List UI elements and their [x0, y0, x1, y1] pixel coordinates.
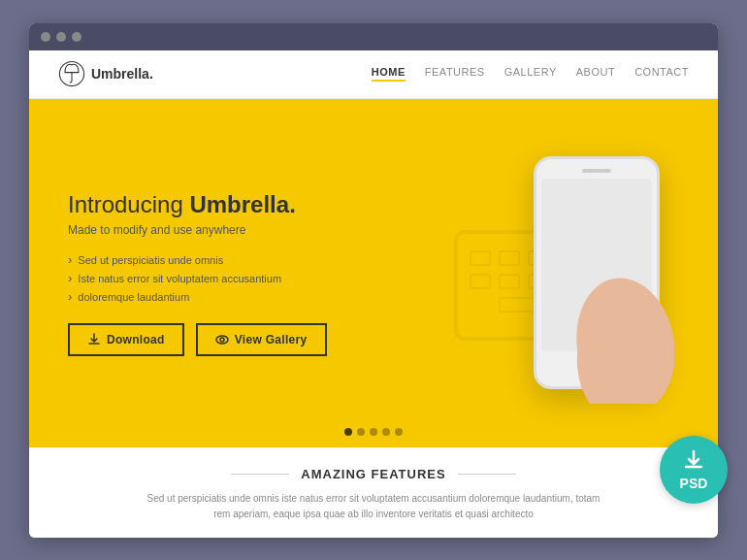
- slider-dot-2[interactable]: [357, 428, 365, 436]
- nav-link-contact[interactable]: CONTACT: [634, 66, 689, 82]
- hero-title-intro: Introducing: [68, 191, 189, 217]
- view-gallery-label: View Gallery: [235, 333, 308, 346]
- hero-subtitle: Made to modify and use anywhere: [68, 223, 327, 237]
- browser-dot-green: [72, 32, 81, 42]
- slider-dots: [344, 428, 403, 436]
- features-line-right: [458, 474, 516, 475]
- nav-link-home[interactable]: HOME: [372, 66, 406, 82]
- features-description: Sed ut perspiciatis unde omnis iste natu…: [141, 491, 606, 522]
- hero-section: Introducing Umbrella. Made to modify and…: [29, 99, 718, 447]
- svg-rect-3: [471, 251, 490, 265]
- navbar: Umbrella. HOME FEATURES GALLERY ABOUT CO…: [29, 50, 718, 99]
- features-title: AMAZING FEATURES: [301, 467, 445, 481]
- features-line-left: [231, 474, 289, 475]
- download-button-label: Download: [107, 333, 165, 346]
- browser-dot-red: [41, 32, 50, 42]
- svg-rect-4: [500, 251, 519, 265]
- browser-window: Umbrella. HOME FEATURES GALLERY ABOUT CO…: [29, 23, 718, 538]
- slider-dot-3[interactable]: [370, 428, 377, 436]
- eye-icon: [215, 333, 229, 346]
- features-title-row: AMAZING FEATURES: [68, 467, 679, 481]
- hero-list-item-3: doloremque laudantium: [68, 289, 327, 304]
- view-gallery-button[interactable]: View Gallery: [196, 323, 327, 356]
- nav-link-about[interactable]: ABOUT: [576, 66, 615, 82]
- psd-badge-label: PSD: [680, 476, 708, 491]
- hero-content: Introducing Umbrella. Made to modify and…: [68, 189, 327, 356]
- svg-rect-9: [500, 275, 519, 288]
- slider-dot-5[interactable]: [395, 428, 403, 436]
- nav-link-gallery[interactable]: GALLERY: [504, 66, 557, 82]
- navbar-logo: Umbrella.: [58, 60, 153, 87]
- hero-title-brand: Umbrella.: [189, 191, 295, 217]
- slider-dot-4[interactable]: [382, 428, 390, 436]
- download-button[interactable]: Download: [68, 323, 184, 356]
- hero-list-item-1: Sed ut perspiciatis unde omnis: [68, 252, 327, 267]
- hero-buttons: Download View Gallery: [68, 323, 327, 356]
- nav-link-features[interactable]: FEATURES: [425, 66, 485, 82]
- navbar-logo-text: Umbrella.: [91, 66, 153, 82]
- hero-list-item-2: Iste natus error sit voluptatem accusant…: [68, 271, 327, 285]
- hero-list: Sed ut perspiciatis unde omnis Iste natu…: [68, 252, 327, 304]
- svg-rect-8: [471, 275, 490, 288]
- umbrella-logo-icon: [58, 60, 85, 87]
- phone-mockup: [534, 156, 660, 389]
- browser-dot-yellow: [56, 32, 66, 42]
- psd-badge-download-icon: [683, 449, 704, 474]
- browser-content: Umbrella. HOME FEATURES GALLERY ABOUT CO…: [29, 50, 718, 538]
- navbar-links: HOME FEATURES GALLERY ABOUT CONTACT: [372, 66, 689, 82]
- hand-svg: [519, 151, 674, 404]
- svg-point-14: [216, 336, 228, 344]
- hero-title: Introducing Umbrella.: [68, 189, 327, 219]
- slider-dot-1[interactable]: [344, 428, 352, 436]
- browser-titlebar: [29, 23, 718, 50]
- features-section: AMAZING FEATURES Sed ut perspiciatis und…: [29, 447, 718, 538]
- download-icon: [87, 333, 101, 346]
- psd-badge[interactable]: PSD: [660, 436, 728, 504]
- svg-point-15: [220, 338, 224, 342]
